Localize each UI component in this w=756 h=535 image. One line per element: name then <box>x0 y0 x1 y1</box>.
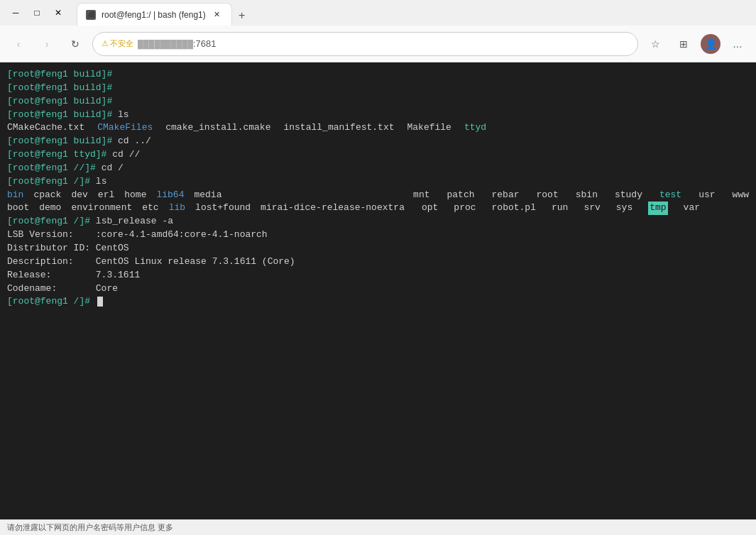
favorites-button[interactable]: ☆ <box>644 33 667 55</box>
collections-button[interactable]: ⊞ <box>672 33 695 55</box>
title-bar: ─ □ ✕ ⬛ root@feng1:/ | bash (feng1) ✕ + <box>0 0 756 26</box>
terminal-line: [root@feng1 build]# <box>7 68 749 82</box>
url-redacted: ██████████ <box>138 40 193 48</box>
maximize-button[interactable]: □ <box>27 3 47 23</box>
window-controls: ─ □ ✕ <box>6 3 68 23</box>
terminal-cursor-line: [root@feng1 /]# <box>7 295 749 309</box>
new-tab-button[interactable]: + <box>232 6 252 26</box>
browser-frame: ─ □ ✕ ⬛ root@feng1:/ | bash (feng1) ✕ + … <box>0 0 756 535</box>
terminal-ls-root-row1: bin cpack dev erl home lib64 media mnt p… <box>7 189 749 202</box>
warning-icon: ⚠ <box>102 39 109 48</box>
status-bar: 请勿泄露以下网页的用户名密码等用户信息 更多 <box>0 519 756 535</box>
terminal-line: [root@feng1 /]# ls <box>7 175 749 189</box>
terminal-lsb-release: Release: 7.3.1611 <box>7 269 749 282</box>
forward-button[interactable]: › <box>35 33 58 55</box>
terminal-lsb-desc: Description: CentOS Linux release 7.3.16… <box>7 255 749 269</box>
refresh-button[interactable]: ↻ <box>64 33 87 55</box>
tab-close-button[interactable]: ✕ <box>212 9 223 21</box>
terminal-ls-build: CMakeCache.txt CMakeFiles cmake_install.… <box>7 121 749 135</box>
url-text: ██████████:7681 <box>138 38 629 49</box>
more-button[interactable]: … <box>726 33 749 55</box>
terminal-line: [root@feng1 build]# <box>7 95 749 109</box>
tab-title: root@feng1:/ | bash (feng1) <box>102 10 206 20</box>
terminal-area[interactable]: [root@feng1 build]# [root@feng1 build]# … <box>0 62 756 519</box>
minimize-button[interactable]: ─ <box>6 3 26 23</box>
terminal-lsb-distid: Distributor ID: CentOS <box>7 242 749 255</box>
terminal-ls-root-row2: boot demo environment etc lib lost+found… <box>7 202 749 215</box>
terminal-lsb-cmd: [root@feng1 /]# lsb_release -a <box>7 215 749 228</box>
terminal-lsb-version: LSB Version: :core-4.1-amd64:core-4.1-no… <box>7 228 749 242</box>
url-port: :7681 <box>193 38 217 49</box>
terminal-line: [root@feng1 build]# <box>7 82 749 95</box>
warning-text: 不安全 <box>110 38 133 49</box>
address-bar: ‹ › ↻ ⚠ 不安全 ██████████:7681 ☆ ⊞ 👤 … <box>0 26 756 62</box>
active-tab[interactable]: ⬛ root@feng1:/ | bash (feng1) ✕ <box>77 3 232 26</box>
avatar-icon: 👤 <box>705 38 717 50</box>
url-bar[interactable]: ⚠ 不安全 ██████████:7681 <box>92 32 638 56</box>
terminal-line: [root@feng1 ttyd]# cd // <box>7 148 749 162</box>
security-warning: ⚠ 不安全 <box>102 38 133 49</box>
terminal-lsb-codename: Codename: Core <box>7 282 749 296</box>
close-button[interactable]: ✕ <box>48 3 68 23</box>
tab-favicon: ⬛ <box>86 10 96 20</box>
profile-avatar[interactable]: 👤 <box>701 34 721 54</box>
tabs-area: ⬛ root@feng1:/ | bash (feng1) ✕ + <box>77 0 750 26</box>
back-button[interactable]: ‹ <box>7 33 30 55</box>
terminal-line-ls: [root@feng1 build]# ls <box>7 109 749 122</box>
terminal-line: [root@feng1 build]# cd ../ <box>7 135 749 148</box>
status-text: 请勿泄露以下网页的用户名密码等用户信息 更多 <box>7 522 173 533</box>
terminal-line: [root@feng1 //]# cd / <box>7 162 749 175</box>
